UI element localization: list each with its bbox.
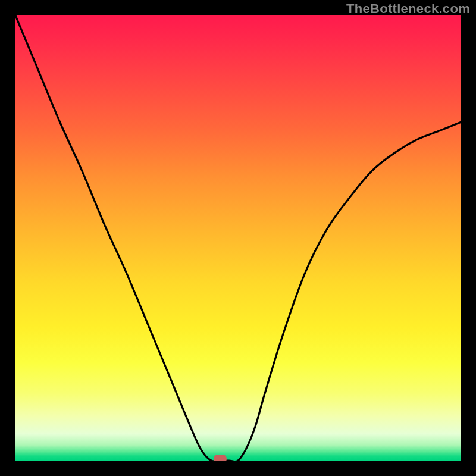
optimal-point-marker xyxy=(214,455,227,461)
plot-area xyxy=(15,15,461,461)
watermark-text: TheBottleneck.com xyxy=(346,1,470,17)
chart-frame: TheBottleneck.com xyxy=(0,0,476,476)
bottleneck-curve xyxy=(15,15,461,461)
